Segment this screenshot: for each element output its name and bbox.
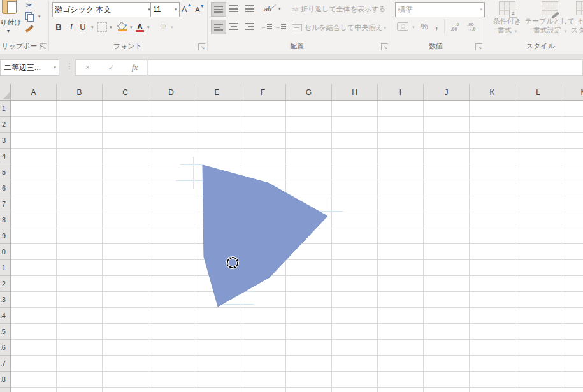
row-header-10[interactable]: 10 — [0, 244, 10, 260]
row-header-1[interactable]: 1 — [0, 101, 10, 117]
wrap-text-icon: ab — [292, 6, 298, 13]
column-header-B[interactable]: B — [57, 84, 103, 100]
merge-dropdown-arrow[interactable]: ▾ — [384, 25, 387, 31]
enter-button[interactable]: ✓ — [99, 63, 123, 72]
column-header-I[interactable]: I — [378, 84, 424, 100]
formula-bar-grip[interactable]: ⋮ — [66, 62, 73, 71]
row-header-5[interactable]: 5 — [0, 164, 10, 180]
column-header-L[interactable]: L — [515, 84, 561, 100]
column-header-C[interactable]: C — [103, 84, 148, 100]
column-header-E[interactable]: E — [194, 84, 240, 100]
fill-color-button[interactable] — [117, 21, 127, 32]
merge-center-icon — [292, 24, 302, 31]
cancel-button[interactable]: × — [76, 63, 99, 72]
borders-button[interactable] — [97, 22, 107, 32]
clipboard-dialog-launcher[interactable]: ↘ — [40, 43, 47, 50]
column-header-G[interactable]: G — [286, 84, 332, 100]
align-center-button[interactable] — [227, 20, 241, 33]
number-format-combo[interactable]: 標準▾ — [395, 2, 485, 17]
row-header-7[interactable]: 7 — [0, 196, 10, 212]
bold-button[interactable]: B — [53, 20, 64, 33]
increase-indent-button[interactable]: → — [274, 20, 287, 33]
align-bottom-button[interactable] — [243, 2, 257, 15]
align-right-button[interactable] — [243, 20, 257, 33]
phonetic-dropdown-arrow[interactable]: ▾ — [171, 25, 173, 30]
row-header-13[interactable]: 13 — [0, 292, 10, 308]
phonetic-guide-button[interactable]: 亜 — [158, 21, 168, 32]
row-header-16[interactable]: 16 — [0, 340, 10, 356]
formula-bar: 二等辺三... ▾ ⋮ × ✓ fx — [0, 54, 583, 85]
row-header-18[interactable]: 18 — [0, 372, 10, 388]
formula-input[interactable] — [148, 59, 583, 76]
row-header-11[interactable]: 11 — [0, 260, 10, 276]
percent-style-button[interactable]: % — [418, 20, 431, 33]
accounting-dropdown-arrow[interactable]: ▾ — [412, 25, 415, 30]
align-top-icon — [214, 6, 223, 13]
column-header-K[interactable]: K — [470, 84, 515, 100]
wrap-text-label: 折り返して全体を表示する — [301, 4, 386, 14]
copy-dropdown-arrow[interactable]: ▾ — [38, 14, 41, 19]
row-header-19[interactable]: 19 — [0, 388, 10, 392]
row-header-12[interactable]: 12 — [0, 276, 10, 292]
number-dialog-launcher[interactable]: ↘ — [475, 43, 482, 50]
align-top-button[interactable] — [211, 2, 226, 17]
fill-color-dropdown-arrow[interactable]: ▾ — [130, 25, 133, 30]
row-header-8[interactable]: 8 — [0, 212, 10, 228]
row-header-3[interactable]: 3 — [0, 133, 10, 149]
font-color-dropdown-arrow[interactable]: ▾ — [147, 25, 150, 30]
row-header-6[interactable]: 6 — [0, 180, 10, 196]
copy-button[interactable] — [24, 11, 34, 20]
font-color-button[interactable]: A — [135, 21, 145, 32]
font-size-combo[interactable]: 11▾ — [150, 2, 180, 17]
format-painter-icon — [25, 25, 34, 33]
paste-page-icon — [7, 1, 17, 13]
cell-styles-button[interactable]: セルスタイル — [571, 1, 583, 34]
column-header-F[interactable]: F — [240, 84, 286, 100]
decrease-indent-button[interactable]: ← — [260, 20, 273, 33]
format-painter-button[interactable] — [23, 24, 36, 33]
row-header-14[interactable]: 14 — [0, 308, 10, 324]
conditional-formatting-button[interactable]: ≠ 条件付き書式 ▾ — [485, 1, 529, 36]
increase-decimal-button[interactable]: ←.0.00 — [448, 21, 462, 32]
accounting-format-button[interactable] — [396, 21, 409, 32]
paste-dropdown-arrow[interactable]: ▾ — [7, 28, 10, 34]
alignment-dialog-launcher[interactable]: ↘ — [381, 43, 388, 50]
cut-button[interactable]: ✂ — [23, 1, 36, 10]
underline-dropdown-arrow[interactable]: ▾ — [91, 25, 94, 30]
font-size-dropdown-arrow[interactable]: ▾ — [175, 7, 177, 12]
font-name-combo[interactable]: 游ゴシック 本文▾ — [52, 2, 153, 17]
align-left-button[interactable] — [211, 20, 226, 34]
insert-function-button[interactable]: fx — [123, 62, 147, 73]
scissors-icon: ✂ — [26, 1, 33, 10]
name-box[interactable]: 二等辺三... ▾ — [0, 59, 59, 76]
decrease-decimal-button[interactable]: .00→.0 — [464, 21, 479, 32]
cell-grid[interactable] — [11, 101, 583, 392]
underline-button[interactable]: U — [78, 20, 88, 33]
align-middle-button[interactable] — [227, 2, 241, 15]
column-header-D[interactable]: D — [148, 84, 194, 100]
increase-font-size-button[interactable]: A▲ — [178, 3, 190, 15]
font-dialog-launcher[interactable]: ↘ — [198, 43, 205, 50]
row-header-9[interactable]: 9 — [0, 228, 10, 244]
orientation-dropdown-arrow[interactable]: ▾ — [278, 6, 281, 11]
paste-button[interactable]: 貼り付け ▾ — [0, 0, 22, 40]
row-header-15[interactable]: 15 — [0, 324, 10, 340]
column-header-J[interactable]: J — [424, 84, 470, 100]
italic-button[interactable]: I — [66, 20, 76, 33]
column-header-H[interactable]: H — [332, 84, 378, 100]
wrap-text-button[interactable]: ab 折り返して全体を表示する — [292, 4, 386, 14]
borders-dropdown-arrow[interactable]: ▾ — [110, 25, 112, 30]
name-box-dropdown-arrow[interactable]: ▾ — [54, 65, 56, 70]
format-as-table-button[interactable]: テーブルとして書式設定 ▾ — [525, 1, 575, 36]
column-header-A[interactable]: A — [11, 84, 57, 100]
merge-center-button[interactable]: セルを結合して中央揃え ▾ — [292, 23, 386, 33]
row-header-4[interactable]: 4 — [0, 149, 10, 164]
decrease-font-size-button[interactable]: A▼ — [192, 4, 203, 15]
number-format-dropdown-arrow[interactable]: ▾ — [480, 7, 482, 12]
orientation-button[interactable]: ab — [260, 2, 275, 15]
row-header-2[interactable]: 2 — [0, 117, 10, 133]
comma-style-button[interactable]: , — [433, 19, 440, 31]
row-header-17[interactable]: 17 — [0, 356, 10, 372]
column-header-M[interactable]: M — [561, 84, 583, 100]
select-all-button[interactable] — [0, 84, 11, 101]
